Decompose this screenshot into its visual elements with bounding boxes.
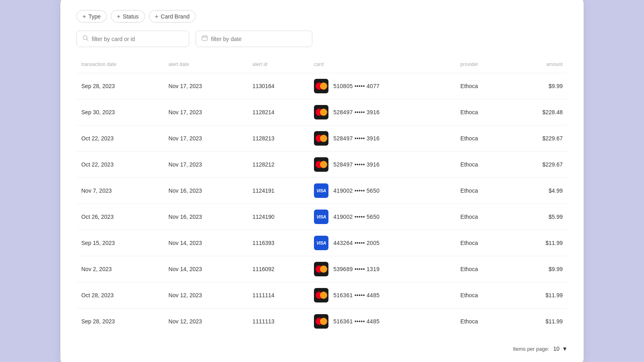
mastercard-logo <box>314 157 328 172</box>
provider-cell: Ethoca <box>456 282 509 309</box>
amount-cell: $4.99 <box>509 178 568 204</box>
table-row: Sep 30, 2023 Nov 17, 2023 1128214 528497… <box>76 99 568 125</box>
alert-date-cell: Nov 17, 2023 <box>164 125 248 152</box>
card-number: 419002 ••••• 5650 <box>333 214 380 220</box>
card-cell: VISA 419002 ••••• 5650 <box>309 178 456 204</box>
alert-id-cell: 1128212 <box>248 152 309 178</box>
alert-id-cell: 1116393 <box>248 230 309 256</box>
alert-date-cell: Nov 17, 2023 <box>164 73 248 99</box>
provider-cell: Ethoca <box>456 125 509 152</box>
amount-cell: $5.99 <box>509 204 568 230</box>
card-cell: 510805 ••••• 4077 <box>309 73 456 99</box>
card-filter-wrapper <box>76 31 189 47</box>
visa-logo: VISA <box>314 236 328 250</box>
svg-rect-2 <box>202 36 207 41</box>
amount-cell: $9.99 <box>509 73 568 99</box>
amount-cell: $11.99 <box>509 309 568 335</box>
alert-date-cell: Nov 12, 2023 <box>164 309 248 335</box>
mastercard-logo <box>314 314 328 329</box>
card-cell: 528497 ••••• 3916 <box>309 125 456 152</box>
visa-logo: VISA <box>314 210 328 224</box>
alert-id-cell: 1128213 <box>248 125 309 152</box>
table-footer: Items per page: 10 ▼ <box>76 341 568 352</box>
transaction-date-cell: Oct 22, 2023 <box>76 125 164 152</box>
svg-line-1 <box>87 39 89 41</box>
table-row: Sep 28, 2023 Nov 17, 2023 1130164 510805… <box>76 73 568 99</box>
chip-card-brand[interactable]: + Card Brand <box>149 10 196 23</box>
transaction-date-cell: Nov 2, 2023 <box>76 256 164 282</box>
transaction-date-cell: Sep 28, 2023 <box>76 73 164 99</box>
card-number: 443264 ••••• 2005 <box>333 240 380 246</box>
transaction-date-cell: Nov 7, 2023 <box>76 178 164 204</box>
transaction-date-cell: Sep 28, 2023 <box>76 309 164 335</box>
amount-cell: $228.48 <box>509 99 568 125</box>
mastercard-logo <box>314 79 328 93</box>
card-cell: VISA 443264 ••••• 2005 <box>309 230 456 256</box>
main-card: + Type + Status + Card Brand <box>60 0 584 362</box>
items-per-page-select[interactable]: 10 ▼ <box>553 346 568 352</box>
chip-type[interactable]: + Type <box>76 10 107 23</box>
mastercard-logo <box>314 131 328 146</box>
date-filter-input[interactable] <box>211 36 306 42</box>
col-card: card <box>309 58 456 73</box>
provider-cell: Ethoca <box>456 99 509 125</box>
dropdown-arrow-icon: ▼ <box>562 346 568 352</box>
alert-id-cell: 1111113 <box>248 309 309 335</box>
alert-date-cell: Nov 17, 2023 <box>164 99 248 125</box>
search-icon <box>83 35 89 43</box>
table-header-row: transaction date alert date alert id car… <box>76 58 568 73</box>
col-alert-id: alert id <box>248 58 309 73</box>
provider-cell: Ethoca <box>456 152 509 178</box>
transactions-table: transaction date alert date alert id car… <box>76 58 568 334</box>
visa-logo: VISA <box>314 183 328 198</box>
alert-date-cell: Nov 17, 2023 <box>164 152 248 178</box>
amount-cell: $9.99 <box>509 256 568 282</box>
amount-cell: $229.67 <box>509 152 568 178</box>
search-row <box>76 31 568 47</box>
table-row: Oct 22, 2023 Nov 17, 2023 1128212 528497… <box>76 152 568 178</box>
amount-cell: $229.67 <box>509 125 568 152</box>
filter-chips-row: + Type + Status + Card Brand <box>76 10 568 23</box>
mastercard-logo <box>314 105 328 119</box>
transaction-date-cell: Oct 26, 2023 <box>76 204 164 230</box>
amount-cell: $11.99 <box>509 230 568 256</box>
table-row: Oct 26, 2023 Nov 16, 2023 1124190 VISA 4… <box>76 204 568 230</box>
table-row: Oct 28, 2023 Nov 12, 2023 1111114 516361… <box>76 282 568 309</box>
alert-id-cell: 1128214 <box>248 99 309 125</box>
transaction-date-cell: Sep 30, 2023 <box>76 99 164 125</box>
date-filter-wrapper <box>196 31 312 47</box>
alert-id-cell: 1124191 <box>248 178 309 204</box>
mastercard-logo <box>314 288 328 302</box>
alert-id-cell: 1111114 <box>248 282 309 309</box>
col-transaction-date: transaction date <box>76 58 164 73</box>
transaction-date-cell: Sep 15, 2023 <box>76 230 164 256</box>
chip-type-label: Type <box>89 13 101 20</box>
plus-icon-card-brand: + <box>155 13 159 20</box>
table-row: Sep 28, 2023 Nov 12, 2023 1111113 516361… <box>76 309 568 335</box>
alert-id-cell: 1130164 <box>248 73 309 99</box>
chip-status[interactable]: + Status <box>111 10 144 23</box>
amount-cell: $11.99 <box>509 282 568 309</box>
provider-cell: Ethoca <box>456 256 509 282</box>
card-number: 539689 ••••• 1319 <box>333 266 380 272</box>
plus-icon-status: + <box>117 13 120 20</box>
card-cell: 516361 ••••• 4485 <box>309 282 456 309</box>
alert-id-cell: 1124190 <box>248 204 309 230</box>
provider-cell: Ethoca <box>456 204 509 230</box>
table-row: Nov 7, 2023 Nov 16, 2023 1124191 VISA 41… <box>76 178 568 204</box>
calendar-icon <box>202 35 208 43</box>
items-per-page-label: Items per page: <box>513 346 549 352</box>
provider-cell: Ethoca <box>456 309 509 335</box>
provider-cell: Ethoca <box>456 73 509 99</box>
transaction-date-cell: Oct 28, 2023 <box>76 282 164 309</box>
table-row: Oct 22, 2023 Nov 17, 2023 1128213 528497… <box>76 125 568 152</box>
table-wrapper: transaction date alert date alert id car… <box>76 58 568 334</box>
alert-id-cell: 1116092 <box>248 256 309 282</box>
chip-status-label: Status <box>123 13 139 20</box>
card-filter-input[interactable] <box>92 36 183 42</box>
mastercard-logo <box>314 262 328 276</box>
card-number: 419002 ••••• 5650 <box>333 187 380 194</box>
plus-icon-type: + <box>83 13 86 20</box>
card-number: 528497 ••••• 3916 <box>333 109 380 115</box>
card-number: 516361 ••••• 4485 <box>333 292 380 298</box>
